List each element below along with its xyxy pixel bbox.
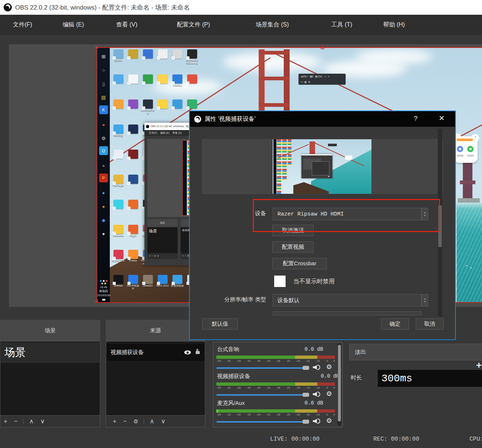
desktop-icon[interactable]: MARKDOWN [141,99,155,115]
device-select-spinner[interactable]: ▴▾ [422,208,428,220]
capture-handle-topleft[interactable] [95,46,98,49]
move-source-up-button[interactable]: ∧ [150,418,154,424]
add-source-button[interactable]: + [113,418,116,424]
taskbar-icon[interactable]: ● [97,119,110,130]
desktop-icon[interactable]: 360云盘 [111,125,125,140]
restype-select[interactable]: 设备默认 [273,294,422,307]
desktop-icon[interactable] [170,99,184,115]
menu-file[interactable]: 文件(F) [11,15,34,35]
wechat-icon[interactable] [467,146,474,152]
taskbar-icon[interactable]: ⚙ [97,133,110,144]
desktop-icon[interactable]: Origin [126,225,140,240]
add-scene-button[interactable]: + [4,418,7,424]
taskbar-icon[interactable]: Q [99,146,108,155]
volume-slider-handle[interactable] [303,393,309,397]
desktop-icon[interactable] [141,49,155,65]
remove-source-button[interactable]: − [123,418,127,424]
desktop-icon[interactable]: PotPlayer [111,175,125,190]
transition-select[interactable]: 淡出 [349,344,482,360]
channel-settings-gear-icon[interactable]: ⚙ [326,390,332,398]
menu-tools[interactable]: 工具 (T) [329,15,354,35]
desktop-icon[interactable] [156,74,170,90]
move-source-down-button[interactable]: ∨ [161,418,165,424]
taskbar-icon[interactable]: ○ [97,64,110,76]
taskbar-icon[interactable]: ⊞ [97,51,110,62]
dialog-help-button[interactable]: ? [414,115,418,123]
desktop-icon[interactable] [111,99,125,115]
source-properties-gear-icon[interactable]: ⚙ [133,419,138,424]
dialog-close-icon[interactable]: × [439,113,444,123]
configure-video-button[interactable]: 配置视频 [272,241,314,253]
speaker-icon[interactable] [313,391,321,397]
move-scene-up-button[interactable]: ∧ [29,418,34,424]
add-transition-button[interactable]: + [476,360,482,371]
taskbar-icon[interactable]: ▯ [97,78,110,89]
menu-edit[interactable]: 编辑 (E) [60,15,86,35]
menu-profile[interactable]: 配置文件 (P) [175,15,212,35]
desktop-icon[interactable]: Firefox [126,250,140,265]
partial-resolution-select[interactable] [273,311,422,315]
visibility-eye-icon[interactable] [184,350,191,354]
volume-slider-handle[interactable] [303,420,309,424]
configure-crossbar-button[interactable]: 配置Crossbar [272,258,327,269]
volume-slider[interactable] [216,420,309,424]
volume-slider[interactable] [216,393,309,397]
desktop-icon[interactable]: 网易云音乐 [111,250,125,265]
desktop-icon[interactable]: 百度浏览器 [170,275,184,290]
desktop-icon[interactable] [170,49,184,65]
phone-icon[interactable] [457,146,463,152]
taskbar-icon[interactable]: K [99,105,108,114]
desktop-icon[interactable] [126,74,140,90]
capture-handle-bottomleft[interactable] [95,300,98,303]
taskbar-icon[interactable]: ● [97,160,110,171]
volume-slider-handle[interactable] [303,366,309,370]
desktop-icon[interactable]: 回收站 [111,49,125,65]
desktop-icon[interactable] [156,99,170,115]
defaults-button[interactable]: 默认值 [202,318,238,330]
lock-icon[interactable] [196,351,200,354]
dialog-scrollbar-thumb[interactable] [438,205,442,247]
desktop-icon[interactable]: WeGame [111,225,125,240]
desktop-icon[interactable]: WPS 2019 [156,275,170,290]
desktop-icon[interactable]: UltraISO [141,275,155,290]
deactivate-when-hidden-checkbox[interactable] [274,276,286,287]
menu-help[interactable]: 帮助 (H) [381,15,407,35]
popup-close-icon[interactable]: × [475,135,476,139]
channel-settings-gear-icon[interactable]: ⚙ [326,417,332,425]
speaker-icon[interactable] [313,364,321,370]
menu-view[interactable]: 查看 (V) [114,15,140,35]
taskbar-icon[interactable]: ● [97,228,110,239]
screen-overlay-toolbar[interactable]: ▲99+ ▦0 ▣100 ↗ × ▭ ▦ ⚙ [298,74,346,85]
volume-slider[interactable] [216,366,309,370]
transition-duration-input[interactable]: 300ms [378,370,482,387]
mixer-scrollbar[interactable] [338,343,341,426]
cancel-button[interactable]: 取消 [416,318,444,330]
desktop-icon[interactable] [111,74,125,90]
desktop-icon[interactable] [126,200,140,215]
desktop-icon[interactable] [185,74,199,90]
taskbar-icon[interactable]: ● [97,201,110,212]
promo-popup[interactable]: × [454,136,478,163]
restype-select-spinner[interactable]: ▴▾ [422,294,428,307]
speaker-icon[interactable] [313,418,321,424]
desktop-icon[interactable] [126,99,140,115]
taskbar-icon[interactable]: ◆ [97,214,110,225]
source-list-item[interactable]: 视频捕获设备 [107,344,204,361]
desktop-icon[interactable]: vivo手机助手 [126,275,140,290]
move-scene-down-button[interactable]: ∨ [40,418,45,424]
deactivate-button[interactable]: 取消激活 [272,225,314,236]
desktop-icon[interactable] [111,150,125,165]
menu-scene-collection[interactable]: 场景集合 (S) [254,15,291,35]
scene-list-item-selected[interactable]: 场景 [1,342,99,363]
desktop-icon[interactable] [111,200,125,215]
desktop-icon[interactable] [156,49,170,65]
taskbar-icon[interactable]: ● [97,187,110,198]
ok-button[interactable]: 确定 [381,318,409,330]
desktop-icon[interactable] [126,175,140,190]
desktop-icon[interactable] [126,49,140,65]
desktop-icon[interactable] [126,150,140,165]
channel-settings-gear-icon[interactable]: ⚙ [326,363,332,371]
remove-scene-button[interactable]: − [14,418,18,424]
taskbar-icon[interactable]: ▤ [97,92,110,103]
desktop-icon[interactable] [141,74,155,90]
